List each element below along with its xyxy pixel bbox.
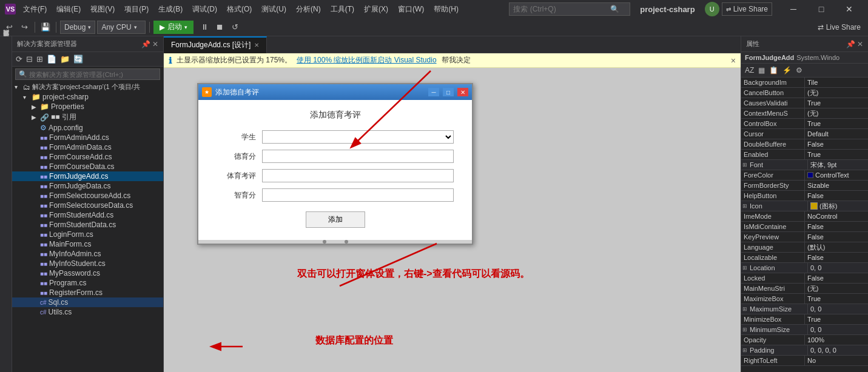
se-sync-icon[interactable]: ⟳ — [15, 53, 24, 65]
tree-item-program[interactable]: ■■ Program.cs — [12, 278, 163, 288]
props-config-icon[interactable]: ⚙ — [795, 65, 804, 76]
prop-row-minsize[interactable]: ⊞ MinimumSize 0, 0 — [741, 325, 868, 335]
prop-row-location[interactable]: ⊞ Location 0, 0 — [741, 263, 868, 273]
prop-row-mainmenu[interactable]: MainMenuStri (无) — [741, 284, 868, 294]
prop-row-doublebuffer[interactable]: DoubleBuffere False — [741, 139, 868, 150]
tree-item-myinfostudent[interactable]: ■■ MyInfoStudent.cs — [12, 259, 163, 268]
prop-row-locked[interactable]: Locked False — [741, 273, 868, 284]
menu-view[interactable]: 视图(V) — [86, 3, 119, 16]
search-box[interactable]: 🔍 — [509, 2, 630, 16]
tree-item-myinfoadmin[interactable]: ■■ MyInfoAdmin.cs — [12, 249, 163, 259]
menu-extensions[interactable]: 扩展(X) — [359, 3, 393, 16]
tree-item-formadminadd[interactable]: ■■ FormAdminAdd.cs — [12, 133, 163, 142]
prop-row-cancelbtn[interactable]: CancelButton (无) — [741, 88, 868, 98]
tree-item-formjudgedata[interactable]: ■■ FormJudgeData.cs — [12, 181, 163, 191]
form-close-btn[interactable]: ✕ — [457, 88, 468, 96]
pause-btn[interactable]: ⏸ — [198, 21, 211, 34]
add-btn[interactable]: 添加 — [306, 211, 365, 228]
prop-row-forecolor[interactable]: ForeColor ControlText — [741, 170, 868, 181]
info-close-btn[interactable]: × — [731, 56, 736, 65]
prop-row-icon[interactable]: ⊞ Icon (图标) — [741, 201, 868, 211]
tree-item-mypassword[interactable]: ■■ MyPassword.cs — [12, 268, 163, 278]
pe-input[interactable] — [262, 169, 454, 182]
menu-format[interactable]: 格式(O) — [222, 3, 257, 16]
menu-tools[interactable]: 工具(T) — [326, 3, 359, 16]
tree-item-formcourseadd[interactable]: ■■ FormCourseAdd.cs — [12, 152, 163, 162]
prop-row-localizable[interactable]: Localizable False — [741, 253, 868, 263]
menu-build[interactable]: 生成(B) — [153, 3, 187, 16]
debug-dropdown[interactable]: Debug ▾ — [60, 21, 95, 34]
prop-row-controlbox[interactable]: ControlBox True — [741, 119, 868, 129]
close-panel-icon[interactable]: ✕ — [152, 40, 158, 48]
menu-analyze[interactable]: 分析(N) — [291, 3, 326, 16]
tree-item-mainform[interactable]: ■■ MainForm.cs — [12, 239, 163, 249]
solution-search[interactable]: 🔍 — [15, 68, 160, 80]
menu-debug[interactable]: 调试(D) — [187, 3, 222, 16]
prop-row-imemode[interactable]: ImeMode NoControl — [741, 211, 868, 222]
cpu-dropdown[interactable]: Any CPU ▾ — [97, 21, 146, 34]
tree-item-formstudata[interactable]: ■■ FormStudentData.cs — [12, 220, 163, 230]
prop-row-opacity[interactable]: Opacity 100% — [741, 335, 868, 345]
tree-item-loginform[interactable]: ■■ LoginForm.cs — [12, 230, 163, 239]
menu-file[interactable]: 文件(F) — [18, 3, 52, 16]
menu-test[interactable]: 测试(U) — [257, 3, 291, 16]
props-event-icon[interactable]: ⚡ — [781, 65, 793, 76]
close-btn[interactable]: ✕ — [835, 0, 863, 18]
strip-solution-label[interactable]: 解决方案资源管理器 — [1, 39, 12, 44]
prop-row-backgroundim[interactable]: BackgroundIm Tile — [741, 78, 868, 88]
prop-row-language[interactable]: Language (默认) — [741, 242, 868, 253]
props-page-icon[interactable]: 📋 — [768, 65, 779, 76]
menu-edit[interactable]: 编辑(E) — [52, 3, 86, 16]
redo-btn[interactable]: ↪ — [18, 21, 31, 34]
se-newfile-icon[interactable]: 📄 — [45, 53, 58, 65]
student-select[interactable] — [262, 130, 454, 144]
props-pin-icon[interactable]: 📌 — [846, 40, 855, 48]
prop-row-keypreview[interactable]: KeyPreview False — [741, 232, 868, 242]
props-cat-icon[interactable]: ▦ — [757, 65, 766, 76]
tree-item-formadmindata[interactable]: ■■ FormAdminData.cs — [12, 142, 163, 152]
menu-help[interactable]: 帮助(H) — [429, 3, 463, 16]
prop-row-maxsize[interactable]: ⊞ MaximumSize 0, 0 — [741, 304, 868, 314]
search-input[interactable] — [513, 5, 610, 13]
prop-row-enabled[interactable]: Enabled True — [741, 150, 868, 160]
tree-item-formstuadd[interactable]: ■■ FormStudentAdd.cs — [12, 210, 163, 220]
stop-btn[interactable]: ⏹ — [213, 21, 226, 34]
tree-item-registerform[interactable]: ■■ RegisterForm.cs — [12, 288, 163, 297]
tree-project[interactable]: ▾ 📁 project-csharp — [12, 92, 163, 102]
prop-row-contextmenu[interactable]: ContextMenuS (无) — [741, 108, 868, 119]
prop-row-ismdi[interactable]: IsMdiContaine False — [741, 222, 868, 232]
restart-btn[interactable]: ↺ — [228, 21, 241, 34]
tree-item-formselectadd[interactable]: ■■ FormSelectcourseAdd.cs — [12, 191, 163, 201]
prop-row-helpbtn[interactable]: HelpButton False — [741, 191, 868, 201]
se-refresh-icon[interactable]: 🔄 — [72, 53, 84, 65]
prop-row-padding[interactable]: ⊞ Padding 0, 0, 0, 0 — [741, 345, 868, 356]
tree-item-formcoursedata[interactable]: ■■ FormCourseData.cs — [12, 162, 163, 171]
prop-row-font[interactable]: ⊞ Font 宋体, 9pt — [741, 160, 868, 170]
prop-row-minimizebox[interactable]: MinimizeBox True — [741, 314, 868, 325]
pin-icon[interactable]: 📌 — [141, 40, 150, 48]
moral-input[interactable] — [262, 188, 454, 202]
undo-btn[interactable]: ↩ — [2, 21, 16, 34]
user-avatar[interactable]: U — [705, 2, 719, 16]
maximize-btn[interactable]: □ — [807, 0, 835, 18]
form-max-btn[interactable]: □ — [443, 88, 454, 96]
tab-formjudgeadd[interactable]: FormJudgeAdd.cs [设计] ✕ — [164, 36, 267, 53]
menu-project[interactable]: 项目(P) — [119, 3, 153, 16]
run-btn[interactable]: ▶ 启动 ▾ — [153, 21, 193, 34]
props-close-icon[interactable]: ✕ — [857, 40, 863, 48]
se-collapse-icon[interactable]: ⊟ — [25, 53, 34, 65]
live-share-btn[interactable]: ⇄ Live Share — [722, 2, 772, 16]
menu-window[interactable]: 窗口(W) — [393, 3, 429, 16]
solution-search-input[interactable] — [29, 71, 138, 78]
info-link[interactable]: 使用 100% 缩放比例面新启动 Visual Studio — [297, 55, 437, 65]
tree-item-appconfig[interactable]: ⚙ App.config — [12, 123, 163, 133]
props-alpha-icon[interactable]: AZ — [744, 65, 755, 76]
tree-item-sql[interactable]: c# Sql.cs — [12, 297, 163, 307]
prop-row-formborder[interactable]: FormBorderSty Sizable — [741, 181, 868, 191]
tree-item-properties[interactable]: ▶ 📁 Properties — [12, 102, 163, 111]
tab-close-icon[interactable]: ✕ — [254, 42, 259, 48]
liveshare-toolbar-btn[interactable]: ⇄ Live Share — [813, 23, 866, 32]
se-filter-icon[interactable]: ⊞ — [35, 53, 44, 65]
minimize-btn[interactable]: ─ — [779, 0, 807, 18]
tree-item-utils[interactable]: c# Utils.cs — [12, 307, 163, 317]
